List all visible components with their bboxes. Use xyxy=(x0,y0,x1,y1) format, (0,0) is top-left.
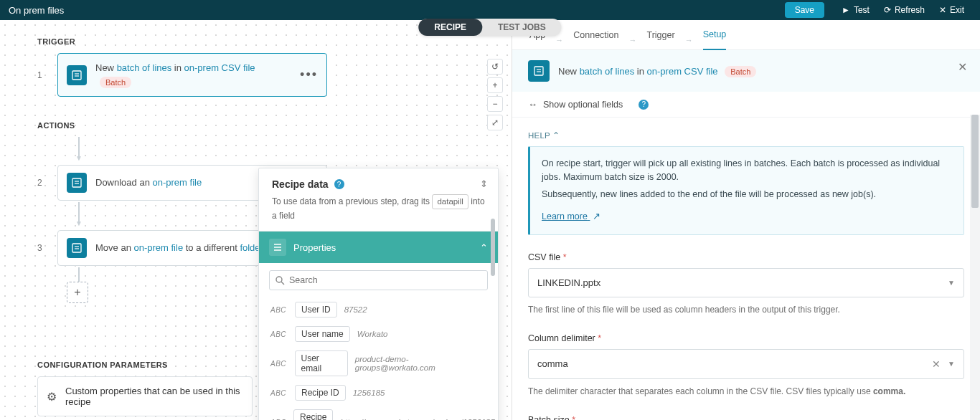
datapill-sample: Workato xyxy=(357,330,388,338)
expand-icon: ↔ xyxy=(528,99,537,110)
canvas-controls: ↺ + − ⤢ xyxy=(487,59,503,130)
csv-file-hint: The first line of this file will be used… xyxy=(528,303,964,316)
svg-rect-0 xyxy=(72,71,81,80)
clear-icon[interactable]: ✕ xyxy=(932,358,941,370)
s3b: on-prem file xyxy=(133,242,183,253)
zoom-out-button[interactable]: − xyxy=(487,96,503,112)
setup-form: HELP ⌃ On recipe start, trigger will pic… xyxy=(512,118,980,420)
search-field[interactable] xyxy=(289,275,481,285)
step-1-number: 1 xyxy=(37,53,57,97)
datapill[interactable]: Recipe URL xyxy=(293,409,333,420)
app-title: On prem files xyxy=(9,5,64,16)
config-text: Custom properties that can be used in th… xyxy=(65,386,243,407)
help-icon[interactable]: ? xyxy=(334,179,344,189)
datapill[interactable]: Recipe ID xyxy=(295,385,346,401)
file-icon xyxy=(67,173,87,193)
exit-button[interactable]: ✕ Exit xyxy=(932,2,971,18)
datapill-row[interactable]: ABCRecipe URLhttps://www.workato.com/rec… xyxy=(269,405,488,420)
properties-header[interactable]: Properties ⌃ xyxy=(259,232,498,263)
main-split: ↺ + − ⤢ TRIGGER 1 New batch of lines in … xyxy=(0,20,980,420)
s3a: Move an xyxy=(95,242,133,253)
refresh-icon: ⟳ xyxy=(884,5,891,15)
datapill-row[interactable]: ABCUser nameWorkato xyxy=(269,322,488,346)
panel-scrollbar[interactable] xyxy=(491,219,496,420)
svg-rect-14 xyxy=(534,67,543,75)
t4: on-prem CSV file xyxy=(184,62,255,73)
delimiter-label: Column delimiter * xyxy=(528,333,964,343)
datapill[interactable]: User ID xyxy=(295,302,337,318)
topbar-actions: Save ► Test ⟳ Refresh ✕ Exit xyxy=(785,2,971,18)
datapill-row[interactable]: ABCUser emailproduct-demo-groups@workato… xyxy=(269,346,488,381)
chevron-down-icon: ▼ xyxy=(948,279,955,287)
banner-text: New batch of lines in on-prem CSV file B… xyxy=(558,66,756,77)
panel-title: Recipe data xyxy=(272,178,329,190)
b4: on-prem CSV file xyxy=(647,66,718,77)
save-button[interactable]: Save xyxy=(785,2,824,18)
refresh-button[interactable]: ⟳ Refresh xyxy=(877,2,932,18)
datapill-sample: product-demo-groups@workato.com xyxy=(355,355,486,372)
tab-setup[interactable]: Setup xyxy=(703,29,727,50)
csv-file-select[interactable]: LINKEDIN.pptx ▼ xyxy=(528,268,964,297)
delimiter-field: Column delimiter * comma ✕ ▼ The delimit… xyxy=(528,333,964,398)
list-icon xyxy=(269,239,286,256)
help-icon[interactable]: ? xyxy=(639,100,649,110)
tab-trigger[interactable]: Trigger xyxy=(647,30,675,49)
optional-fields-row: ↔ Show optional fields ? xyxy=(512,92,980,118)
t3: in xyxy=(171,62,184,73)
test-button[interactable]: ► Test xyxy=(834,2,877,18)
properties-header-label: Properties xyxy=(293,242,473,253)
help-toggle[interactable]: HELP ⌃ xyxy=(528,130,964,140)
setup-tabs: App → Connection → Trigger → Setup xyxy=(512,20,980,50)
datapill-row[interactable]: ABCUser ID87522 xyxy=(269,297,488,322)
expand-icon[interactable]: ⇕ xyxy=(480,178,488,189)
zoom-in-button[interactable]: + xyxy=(487,77,503,93)
test-label: Test xyxy=(854,5,870,15)
datapill-row[interactable]: ABCRecipe ID1256185 xyxy=(269,381,488,405)
search-icon xyxy=(275,276,285,285)
tab-test-jobs[interactable]: TEST JOBS xyxy=(482,19,562,36)
top-bar: On prem files Save ► Test ⟳ Refresh ✕ Ex… xyxy=(0,0,980,20)
step-1-row: 1 New batch of lines in on-prem CSV file… xyxy=(37,53,327,97)
connector-arrow: ▼ xyxy=(75,154,327,162)
step-3-text: Move an on-prem file to a different fold… xyxy=(95,241,263,255)
datapill[interactable]: User email xyxy=(295,350,348,376)
arrow-icon: → xyxy=(685,36,693,44)
close-banner-button[interactable]: ✕ xyxy=(958,60,967,74)
add-step-button[interactable]: + xyxy=(67,282,88,303)
panel-body: ABCUser ID87522ABCUser nameWorkatoABCUse… xyxy=(259,263,498,420)
tab-connection[interactable]: Connection xyxy=(573,30,618,49)
search-input[interactable] xyxy=(269,270,488,290)
config-box[interactable]: ⚙ Custom properties that can be used in … xyxy=(37,376,253,416)
svg-rect-6 xyxy=(72,244,81,252)
arrow-icon: → xyxy=(555,36,563,44)
step-1-box[interactable]: New batch of lines in on-prem CSV file B… xyxy=(57,53,327,97)
chevron-up-icon: ⌃ xyxy=(552,131,560,140)
step-3-number: 3 xyxy=(37,230,57,266)
learn-more-link[interactable]: Learn more ↗ xyxy=(542,211,600,221)
scrollbar-thumb[interactable] xyxy=(971,115,979,208)
csv-file-field: CSV file * LINKEDIN.pptx ▼ The first lin… xyxy=(528,252,964,316)
undo-button[interactable]: ↺ xyxy=(487,59,503,75)
right-scrollbar[interactable] xyxy=(970,115,980,420)
step-2-text: Download an on-prem file xyxy=(95,176,202,190)
tab-recipe[interactable]: RECIPE xyxy=(418,19,482,36)
fit-button[interactable]: ⤢ xyxy=(487,115,503,130)
optional-fields-toggle[interactable]: Show optional fields xyxy=(543,100,623,110)
panel-sub: To use data from a previous step, drag i… xyxy=(272,194,485,222)
actions-section-label: ACTIONS xyxy=(37,121,327,130)
config-section-label: CONFIGURATION PARAMETERS xyxy=(37,361,253,369)
recipe-data-panel: Recipe data ? To use data from a previou… xyxy=(258,168,499,420)
chevron-down-icon: ▼ xyxy=(948,360,955,368)
delimiter-hint: The delimiter character that separates e… xyxy=(528,385,964,398)
datapill[interactable]: User name xyxy=(295,326,350,342)
exit-label: Exit xyxy=(950,5,964,15)
b2: batch of lines xyxy=(580,66,635,77)
type-badge: ABC xyxy=(270,306,288,314)
step-1-text: New batch of lines in on-prem CSV file B… xyxy=(95,61,291,89)
chevron-up-icon: ⌃ xyxy=(480,242,488,253)
scrollbar-thumb[interactable] xyxy=(491,219,495,276)
delimiter-select[interactable]: comma ✕ ▼ xyxy=(528,349,964,379)
type-badge: ABC xyxy=(270,330,288,338)
file-icon xyxy=(67,238,87,258)
step-1-menu[interactable]: ••• xyxy=(300,67,318,82)
